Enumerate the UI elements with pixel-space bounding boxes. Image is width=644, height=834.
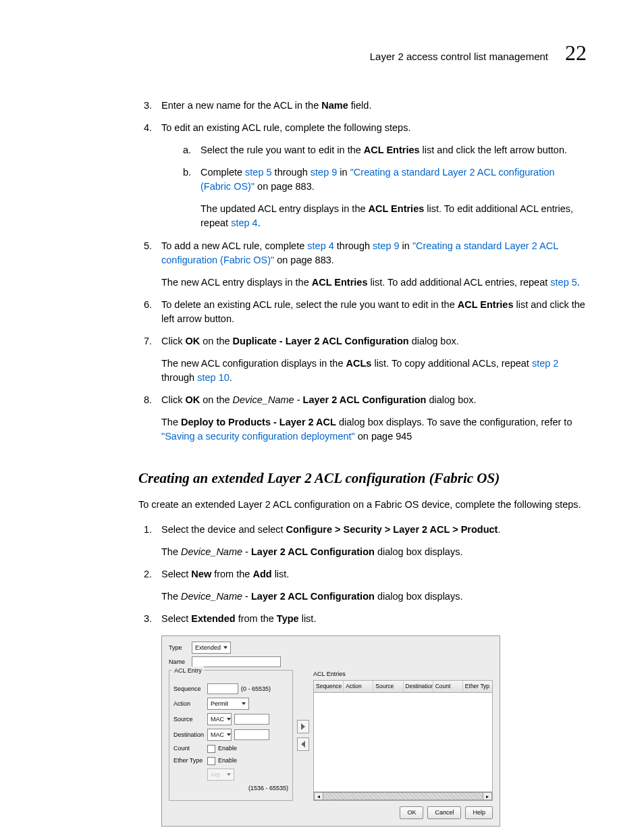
- col-count[interactable]: Count: [433, 681, 463, 692]
- sequence-input[interactable]: [207, 683, 238, 694]
- destination-label: Destination: [173, 731, 205, 739]
- step-4b-text: Complete step 5 through step 9 in "Creat…: [200, 165, 587, 230]
- dialog-l2-acl-extended: Type Extended Name ACL Entry Sequence: [161, 635, 500, 827]
- count-checkbox[interactable]: [207, 745, 215, 753]
- acl-entry-title: ACL Entry: [172, 667, 204, 675]
- section-heading-extended-l2-acl: Creating an extended Layer 2 ACL configu…: [138, 468, 587, 488]
- count-enable-label: Enable: [218, 744, 237, 753]
- scroll-left-button[interactable]: ◂: [314, 792, 323, 800]
- step-8-marker: 8.: [138, 393, 152, 444]
- sec2-step-2-marker: 2.: [138, 567, 152, 604]
- sequence-label: Sequence: [173, 685, 205, 694]
- step-7-text: Click OK on the Duplicate - Layer 2 ACL …: [161, 334, 587, 385]
- destination-select[interactable]: MAC: [207, 729, 232, 741]
- col-ethertype[interactable]: Ether Typ: [463, 681, 492, 692]
- action-label: Action: [173, 700, 205, 708]
- chapter-number: 22: [565, 37, 587, 68]
- step-4b-follow: The updated ACL entry displays in the AC…: [200, 202, 587, 230]
- name-input[interactable]: [192, 656, 281, 667]
- ethertype-select: Arp: [207, 768, 234, 781]
- step-4-text: To edit an existing ACL rule, complete t…: [161, 121, 587, 135]
- section-intro: To create an extended Layer 2 ACL config…: [138, 498, 587, 512]
- step-8-text: Click OK on the Device_Name - Layer 2 AC…: [161, 393, 587, 444]
- chevron-right-icon: [300, 723, 306, 730]
- link-step9[interactable]: step 9: [311, 167, 338, 178]
- type-select[interactable]: Extended: [192, 642, 231, 654]
- step-4b-marker: b.: [180, 165, 191, 230]
- sec2-step-3-text: Select Extended from the Type list.: [161, 612, 587, 626]
- count-label: Count: [173, 744, 205, 753]
- step-4-marker: 4.: [138, 121, 152, 230]
- col-destination[interactable]: Destination: [404, 681, 433, 692]
- action-select[interactable]: Permit: [207, 698, 249, 710]
- link-step5[interactable]: step 5: [245, 167, 272, 178]
- acl-entry-panel: ACL Entry Sequence (0 - 65535) Action Pe…: [169, 670, 293, 801]
- link-step2[interactable]: step 2: [532, 358, 559, 369]
- caret-down-icon: [227, 718, 231, 721]
- sequence-hint: (0 - 65535): [241, 685, 271, 694]
- link-step5-b[interactable]: step 5: [550, 277, 577, 288]
- remove-arrow-button[interactable]: [297, 737, 309, 751]
- link-step4[interactable]: step 4: [231, 217, 258, 228]
- step-6-marker: 6.: [138, 298, 152, 326]
- col-source[interactable]: Source: [373, 681, 403, 692]
- destination-input[interactable]: [234, 729, 269, 740]
- col-action[interactable]: Action: [344, 681, 373, 692]
- caret-down-icon: [227, 733, 231, 736]
- name-label: Name: [169, 658, 189, 667]
- step-3-text: Enter a new name for the ACL in the Name…: [161, 99, 587, 113]
- caret-down-icon: [227, 773, 231, 776]
- sec2-step-2-text: Select New from the Add list. The Device…: [161, 567, 587, 604]
- link-step10[interactable]: step 10: [197, 372, 230, 383]
- col-sequence[interactable]: Sequence: [314, 681, 344, 692]
- horizontal-scrollbar[interactable]: ◂ ▸: [314, 791, 492, 800]
- running-header-title: Layer 2 access control list management: [370, 49, 548, 64]
- help-button[interactable]: Help: [465, 806, 493, 819]
- step-4a-text: Select the rule you want to edit in the …: [200, 143, 587, 157]
- acl-entries-title: ACL Entries: [313, 670, 493, 679]
- ethertype-label: Ether Type: [173, 756, 205, 765]
- ok-button[interactable]: OK: [400, 806, 423, 819]
- source-select[interactable]: MAC: [207, 713, 232, 725]
- step-4a-marker: a.: [180, 143, 191, 157]
- step-7-follow: The new ACL configuration displays in th…: [161, 357, 587, 385]
- sec2-step-1-marker: 1.: [138, 523, 152, 559]
- acl-entries-table[interactable]: Sequence Action Source Destination Count…: [313, 680, 493, 801]
- source-label: Source: [173, 715, 205, 724]
- link-step4-b[interactable]: step 4: [307, 240, 334, 251]
- link-step9-b[interactable]: step 9: [373, 240, 400, 251]
- ethertype-checkbox[interactable]: [207, 757, 215, 765]
- type-label: Type: [169, 644, 189, 652]
- link-saving-security-config[interactable]: "Saving a security configuration deploym…: [161, 431, 355, 442]
- step-5-marker: 5.: [138, 239, 152, 290]
- step-6-text: To delete an existing ACL rule, select t…: [161, 298, 587, 326]
- ethertype-enable-label: Enable: [218, 756, 237, 765]
- step-3-marker: 3.: [138, 99, 152, 113]
- caret-down-icon: [242, 702, 246, 705]
- sec2-step-3-marker: 3.: [138, 612, 152, 626]
- caret-down-icon: [223, 646, 227, 649]
- add-arrow-button[interactable]: [297, 720, 309, 733]
- scroll-right-button[interactable]: ▸: [483, 792, 492, 800]
- sec2-step-1-text: Select the device and select Configure >…: [161, 523, 587, 559]
- chevron-left-icon: [300, 741, 306, 748]
- step-5-follow: The new ACL entry displays in the ACL En…: [161, 276, 587, 290]
- source-input[interactable]: [234, 714, 269, 725]
- cancel-button[interactable]: Cancel: [427, 806, 461, 819]
- step-5-text: To add a new ACL rule, complete step 4 t…: [161, 239, 587, 290]
- ethertype-hint: (1536 - 65535): [248, 784, 288, 793]
- step-7-marker: 7.: [138, 334, 152, 385]
- step-8-follow: The Deploy to Products - Layer 2 ACL dia…: [161, 415, 587, 444]
